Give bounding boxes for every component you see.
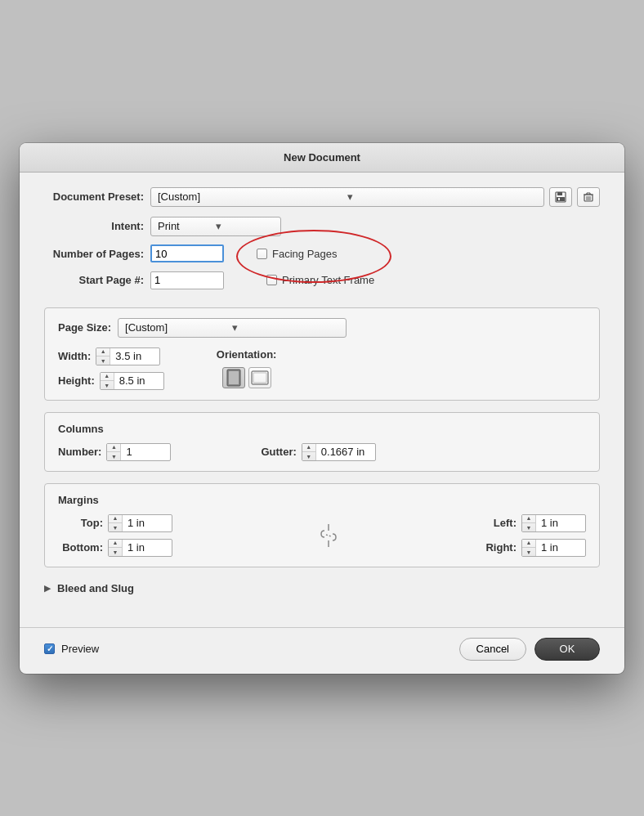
dialog-title: New Document (284, 151, 360, 164)
margin-right-arrows[interactable]: ▲ ▼ (522, 539, 536, 557)
width-spinner[interactable]: ▲ ▼ 3.5 in (96, 347, 160, 365)
primary-text-frame-label: Primary Text Frame (282, 274, 374, 286)
margins-header: Margins (58, 494, 586, 506)
columns-number-up[interactable]: ▲ (107, 443, 120, 452)
bleed-expand-icon: ▶ (44, 583, 51, 594)
page-size-dropdown[interactable]: [Custom] ▾ (118, 318, 347, 338)
page-size-section: Page Size: [Custom] ▾ Width: ▲ ▼ (44, 307, 600, 401)
height-spinner[interactable]: ▲ ▼ 8.5 in (100, 372, 164, 390)
margin-top-spinner[interactable]: ▲ ▼ 1 in (108, 514, 172, 532)
columns-section: Columns Number: ▲ ▼ 1 Gutter: (44, 412, 600, 472)
bleed-slug-section[interactable]: ▶ Bleed and Slug (44, 579, 600, 598)
dialog-footer: Preview Cancel OK (20, 627, 624, 674)
page-size-value: [Custom] (125, 321, 232, 334)
page-size-chevron-icon: ▾ (232, 321, 339, 334)
portrait-icon (226, 369, 241, 387)
height-down-arrow[interactable]: ▼ (101, 381, 114, 390)
delete-preset-button[interactable] (577, 187, 600, 207)
gutter-group: Gutter: ▲ ▼ 0.1667 in (261, 443, 375, 461)
cancel-button[interactable]: Cancel (459, 638, 526, 661)
dialog-content: Document Preset: [Custom] ▾ (20, 173, 624, 627)
margin-top-group: Top: ▲ ▼ 1 in (58, 514, 172, 532)
orientation-label: Orientation: (217, 348, 277, 361)
margin-right-spinner[interactable]: ▲ ▼ 1 in (521, 539, 586, 557)
preview-area: Preview (44, 643, 99, 655)
preview-checkbox[interactable] (44, 643, 55, 654)
save-preset-button[interactable] (549, 187, 572, 207)
primary-text-frame-checkbox[interactable] (266, 275, 277, 285)
preview-label: Preview (61, 643, 99, 655)
margins-fields: Top: ▲ ▼ 1 in Bottom: (58, 514, 586, 557)
ok-button[interactable]: OK (534, 638, 600, 661)
svg-rect-15 (253, 373, 266, 383)
height-up-arrow[interactable]: ▲ (101, 372, 114, 381)
height-label: Height: (58, 374, 95, 387)
save-icon (555, 191, 566, 203)
margin-right-label: Right: (484, 541, 517, 554)
width-spinner-arrows[interactable]: ▲ ▼ (96, 347, 110, 365)
preset-row: Document Preset: [Custom] ▾ (44, 187, 600, 207)
margins-section: Margins Top: ▲ ▼ 1 in Bo (44, 483, 600, 567)
margin-right-group: Right: ▲ ▼ 1 in (484, 539, 586, 557)
margin-top-arrows[interactable]: ▲ ▼ (109, 514, 123, 532)
page-size-label: Page Size: (58, 321, 111, 334)
width-value: 3.5 in (110, 350, 159, 362)
new-document-dialog: New Document Document Preset: [Custom] ▾ (20, 143, 624, 674)
trash-icon (583, 191, 594, 203)
primary-text-frame-area: Primary Text Frame (266, 274, 374, 286)
columns-number-down[interactable]: ▼ (107, 452, 120, 461)
svg-line-18 (326, 535, 331, 536)
pages-row: Number of Pages: Facing Pages (44, 244, 600, 263)
margin-left-up[interactable]: ▲ (522, 514, 535, 523)
portrait-orientation-button[interactable] (222, 367, 245, 388)
gutter-down[interactable]: ▼ (302, 452, 315, 461)
intent-value: Print (158, 220, 216, 232)
width-label: Width: (58, 350, 91, 362)
facing-pages-area: Facing Pages (248, 244, 346, 263)
landscape-orientation-button[interactable] (248, 367, 271, 388)
chevron-down-icon: ▾ (347, 191, 537, 203)
margin-left-group: Left: ▲ ▼ 1 in (484, 514, 586, 532)
margin-left-value: 1 in (536, 517, 585, 529)
margin-top-down[interactable]: ▼ (109, 523, 122, 532)
facing-pages-wrapper: Facing Pages (248, 244, 346, 263)
width-field-group: Width: ▲ ▼ 3.5 in (58, 347, 164, 365)
width-down-arrow[interactable]: ▼ (96, 356, 110, 365)
number-of-pages-input[interactable] (150, 244, 224, 262)
dimensions-row: Width: ▲ ▼ 3.5 in Height: (58, 347, 586, 390)
margin-bottom-arrows[interactable]: ▲ ▼ (109, 539, 123, 557)
width-up-arrow[interactable]: ▲ (96, 347, 110, 356)
margins-right-col: Left: ▲ ▼ 1 in Right: (484, 514, 586, 557)
margin-bottom-down[interactable]: ▼ (109, 548, 122, 557)
gutter-spinner[interactable]: ▲ ▼ 0.1667 in (302, 443, 376, 461)
margin-left-spinner[interactable]: ▲ ▼ 1 in (521, 514, 586, 532)
gutter-arrows[interactable]: ▲ ▼ (302, 443, 316, 461)
gutter-label: Gutter: (261, 446, 296, 458)
facing-pages-checkbox[interactable] (257, 249, 267, 259)
margin-left-arrows[interactable]: ▲ ▼ (522, 514, 536, 532)
columns-number-spinner[interactable]: ▲ ▼ 1 (106, 443, 171, 461)
footer-buttons: Cancel OK (459, 638, 600, 661)
preset-dropdown[interactable]: [Custom] ▾ (150, 187, 544, 207)
columns-number-value: 1 (121, 446, 170, 458)
margin-bottom-spinner[interactable]: ▲ ▼ 1 in (108, 539, 172, 557)
margin-bottom-up[interactable]: ▲ (109, 539, 122, 548)
margin-right-up[interactable]: ▲ (522, 539, 535, 548)
start-page-row: Start Page #: Primary Text Frame (44, 271, 600, 289)
height-spinner-arrows[interactable]: ▲ ▼ (101, 372, 114, 390)
columns-number-arrows[interactable]: ▲ ▼ (107, 443, 121, 461)
columns-number-group: Number: ▲ ▼ 1 (58, 443, 171, 461)
page-size-header-row: Page Size: [Custom] ▾ (58, 318, 586, 338)
start-page-input[interactable] (150, 271, 224, 289)
columns-header: Columns (58, 423, 586, 435)
margin-top-up[interactable]: ▲ (109, 514, 122, 523)
svg-rect-13 (229, 371, 239, 384)
margin-right-down[interactable]: ▼ (522, 548, 535, 557)
gutter-up[interactable]: ▲ (302, 443, 315, 452)
intent-label: Intent: (44, 220, 150, 232)
intent-row: Intent: Print ▾ (44, 217, 600, 236)
svg-rect-1 (557, 192, 562, 195)
margin-left-down[interactable]: ▼ (522, 523, 535, 532)
margin-bottom-group: Bottom: ▲ ▼ 1 in (58, 539, 172, 557)
intent-dropdown[interactable]: Print ▾ (150, 217, 281, 236)
